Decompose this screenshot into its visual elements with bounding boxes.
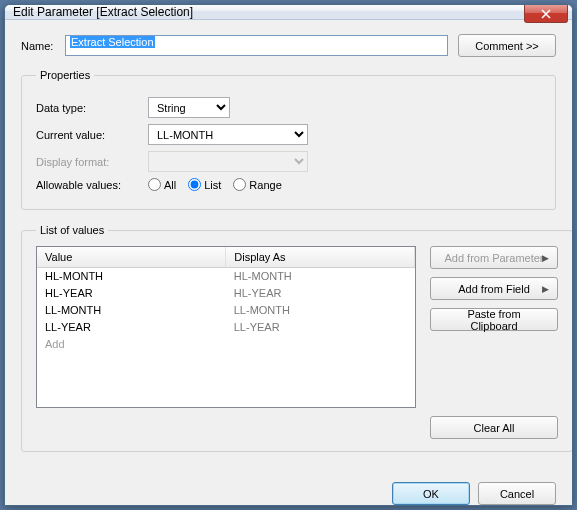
side-buttons: Add from Parameter▶ Add from Field▶ Past… <box>430 246 558 408</box>
table-row[interactable]: LL-MONTHLL-MONTH <box>37 301 415 318</box>
table-row[interactable]: HL-MONTHHL-MONTH <box>37 267 415 284</box>
paste-from-clipboard-button[interactable]: Paste from Clipboard <box>430 308 558 331</box>
current-value-row: Current value: LL-MONTH <box>36 124 541 145</box>
cell-add[interactable]: Add <box>37 335 226 352</box>
col-display-header[interactable]: Display As <box>226 247 415 267</box>
list-of-values-legend: List of values <box>36 224 108 236</box>
radio-range[interactable]: Range <box>233 178 281 191</box>
allowable-values-radios: All List Range <box>148 178 282 191</box>
radio-all-input[interactable] <box>148 178 161 191</box>
data-type-select[interactable]: String <box>148 97 230 118</box>
name-input-value: Extract Selection <box>70 36 155 48</box>
radio-list[interactable]: List <box>188 178 221 191</box>
values-table: Value Display As HL-MONTHHL-MONTH HL-YEA… <box>37 247 415 352</box>
dialog-footer: OK Cancel <box>5 474 572 506</box>
radio-range-label: Range <box>249 179 281 191</box>
cell-value[interactable]: HL-MONTH <box>37 267 226 284</box>
add-from-parameter-button[interactable]: Add from Parameter▶ <box>430 246 558 269</box>
display-format-row: Display format: <box>36 151 541 172</box>
cell-display[interactable]: HL-YEAR <box>226 284 415 301</box>
radio-list-input[interactable] <box>188 178 201 191</box>
ok-button[interactable]: OK <box>392 482 470 505</box>
table-row[interactable]: HL-YEARHL-YEAR <box>37 284 415 301</box>
close-icon <box>541 9 551 19</box>
cancel-button[interactable]: Cancel <box>478 482 556 505</box>
list-of-values-group: List of values Value Display As HL-MONTH… <box>21 224 573 452</box>
values-table-wrap: Value Display As HL-MONTHHL-MONTH HL-YEA… <box>36 246 416 408</box>
properties-legend: Properties <box>36 69 94 81</box>
allowable-values-row: Allowable values: All List Range <box>36 178 541 191</box>
window-title: Edit Parameter [Extract Selection] <box>13 5 193 19</box>
clear-row: Clear All <box>36 416 558 439</box>
current-value-select[interactable]: LL-MONTH <box>148 124 308 145</box>
list-body: Value Display As HL-MONTHHL-MONTH HL-YEA… <box>36 246 558 408</box>
cell-display[interactable]: LL-MONTH <box>226 301 415 318</box>
add-from-parameter-label: Add from Parameter <box>444 252 543 264</box>
add-from-field-label: Add from Field <box>458 283 530 295</box>
add-from-field-button[interactable]: Add from Field▶ <box>430 277 558 300</box>
name-input[interactable]: Extract Selection <box>65 35 448 56</box>
display-format-select <box>148 151 308 172</box>
table-row-add[interactable]: Add <box>37 335 415 352</box>
chevron-right-icon: ▶ <box>542 253 549 263</box>
radio-range-input[interactable] <box>233 178 246 191</box>
comment-button[interactable]: Comment >> <box>458 34 556 57</box>
edit-parameter-dialog: Edit Parameter [Extract Selection] Name:… <box>4 4 573 506</box>
col-value-header[interactable]: Value <box>37 247 226 267</box>
cell-display[interactable]: LL-YEAR <box>226 318 415 335</box>
properties-group: Properties Data type: String Current val… <box>21 69 556 210</box>
dialog-content: Name: Extract Selection Comment >> Prope… <box>5 20 572 474</box>
data-type-label: Data type: <box>36 102 148 114</box>
table-header-row: Value Display As <box>37 247 415 267</box>
chevron-right-icon: ▶ <box>542 284 549 294</box>
cell-display[interactable]: HL-MONTH <box>226 267 415 284</box>
radio-list-label: List <box>204 179 221 191</box>
cell-empty <box>226 335 415 352</box>
cell-value[interactable]: LL-YEAR <box>37 318 226 335</box>
clear-all-button[interactable]: Clear All <box>430 416 558 439</box>
close-button[interactable] <box>524 5 568 23</box>
name-row: Name: Extract Selection Comment >> <box>21 34 556 57</box>
titlebar[interactable]: Edit Parameter [Extract Selection] <box>5 5 572 20</box>
radio-all-label: All <box>164 179 176 191</box>
cell-value[interactable]: LL-MONTH <box>37 301 226 318</box>
radio-all[interactable]: All <box>148 178 176 191</box>
display-format-label: Display format: <box>36 156 148 168</box>
table-row[interactable]: LL-YEARLL-YEAR <box>37 318 415 335</box>
name-label: Name: <box>21 40 65 52</box>
data-type-row: Data type: String <box>36 97 541 118</box>
current-value-label: Current value: <box>36 129 148 141</box>
cell-value[interactable]: HL-YEAR <box>37 284 226 301</box>
allowable-values-label: Allowable values: <box>36 179 148 191</box>
